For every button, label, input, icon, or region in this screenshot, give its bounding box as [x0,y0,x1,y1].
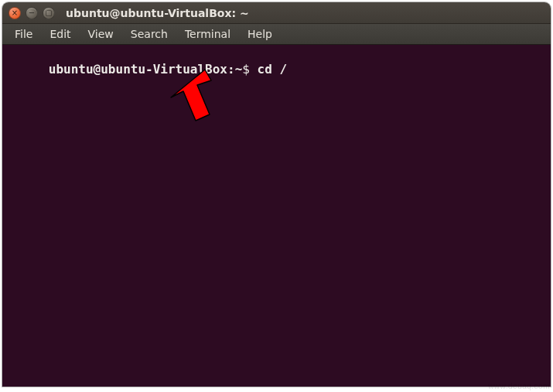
menu-edit[interactable]: Edit [42,26,78,43]
terminal-body[interactable]: ubuntu@ubuntu-VirtualBox:~$ cd / [2,45,551,387]
prompt-user-host: ubuntu@ubuntu-VirtualBox [49,62,227,77]
prompt-path: ~ [235,62,243,77]
terminal-window: × − ▢ ubuntu@ubuntu-VirtualBox: ~ File E… [2,2,551,387]
window-title: ubuntu@ubuntu-VirtualBox: ~ [66,7,249,19]
prompt-line: ubuntu@ubuntu-VirtualBox:~$ cd / [4,46,549,93]
prompt-separator: : [227,62,235,77]
minimize-icon[interactable]: − [26,7,38,19]
menu-file[interactable]: File [7,26,40,43]
close-icon[interactable]: × [9,7,21,19]
menu-help[interactable]: Help [240,26,280,43]
maximize-icon[interactable]: ▢ [43,7,55,19]
menu-search[interactable]: Search [123,26,176,43]
menu-view[interactable]: View [80,26,121,43]
command-text: cd / [258,62,288,77]
menubar: File Edit View Search Terminal Help [2,24,551,45]
watermark-text: www.deuaq.com [488,382,550,390]
titlebar: × − ▢ ubuntu@ubuntu-VirtualBox: ~ [2,2,551,24]
prompt-symbol: $ [242,62,250,77]
menu-terminal[interactable]: Terminal [177,26,238,43]
